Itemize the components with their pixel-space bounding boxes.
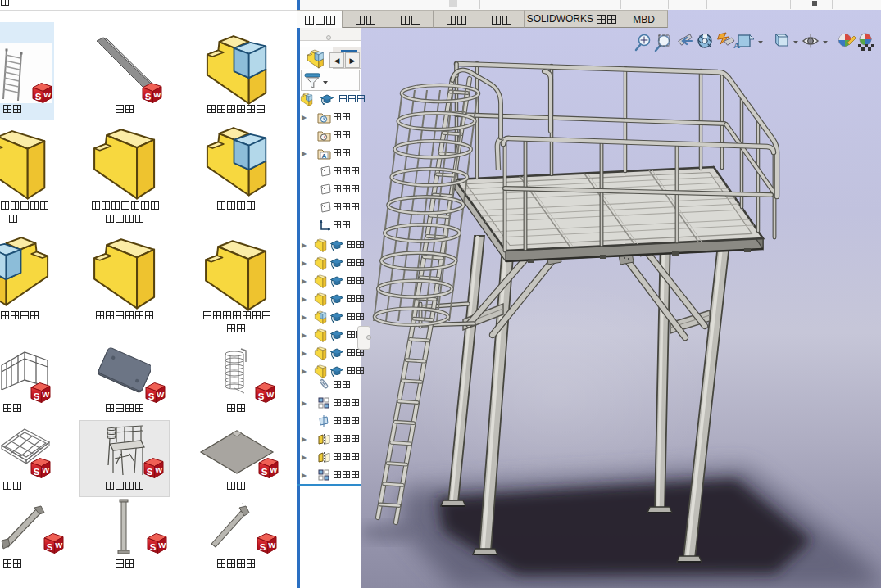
svg-text:A: A [322,152,327,160]
